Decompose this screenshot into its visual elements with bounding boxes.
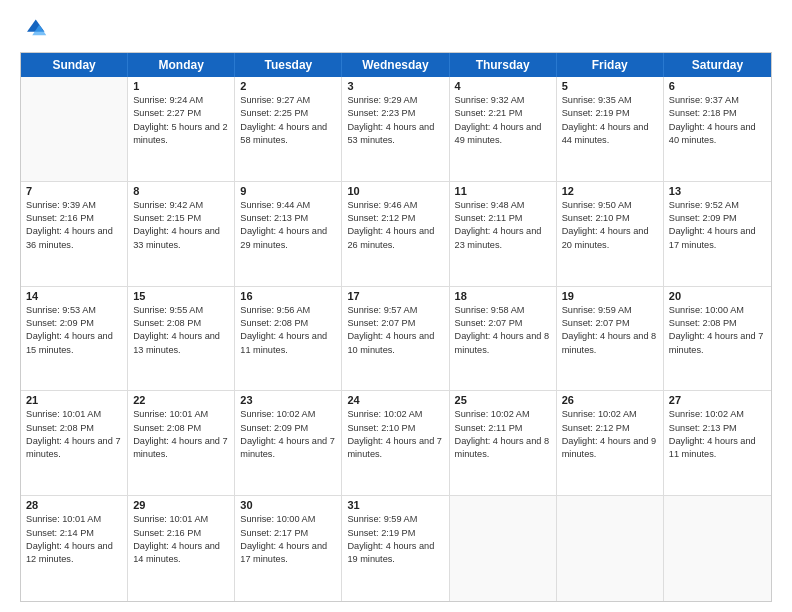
day-info: Sunrise: 9:52 AMSunset: 2:09 PMDaylight:… xyxy=(669,199,766,252)
cal-cell-1: 1Sunrise: 9:24 AMSunset: 2:27 PMDaylight… xyxy=(128,77,235,181)
sunset-text: Sunset: 2:12 PM xyxy=(347,213,415,223)
day-number: 24 xyxy=(347,394,443,406)
logo-icon xyxy=(20,16,48,44)
day-number: 6 xyxy=(669,80,766,92)
sunset-text: Sunset: 2:23 PM xyxy=(347,108,415,118)
sunset-text: Sunset: 2:08 PM xyxy=(26,423,94,433)
day-info: Sunrise: 9:46 AMSunset: 2:12 PMDaylight:… xyxy=(347,199,443,252)
day-info: Sunrise: 10:01 AMSunset: 2:08 PMDaylight… xyxy=(26,408,122,461)
day-info: Sunrise: 9:48 AMSunset: 2:11 PMDaylight:… xyxy=(455,199,551,252)
day-info: Sunrise: 10:02 AMSunset: 2:12 PMDaylight… xyxy=(562,408,658,461)
day-info: Sunrise: 9:44 AMSunset: 2:13 PMDaylight:… xyxy=(240,199,336,252)
day-number: 9 xyxy=(240,185,336,197)
day-number: 20 xyxy=(669,290,766,302)
cal-cell-15: 15Sunrise: 9:55 AMSunset: 2:08 PMDayligh… xyxy=(128,287,235,391)
header-day-thursday: Thursday xyxy=(450,53,557,77)
day-number: 17 xyxy=(347,290,443,302)
day-number: 14 xyxy=(26,290,122,302)
sunrise-text: Sunrise: 9:52 AM xyxy=(669,200,739,210)
day-number: 23 xyxy=(240,394,336,406)
cal-cell-16: 16Sunrise: 9:56 AMSunset: 2:08 PMDayligh… xyxy=(235,287,342,391)
cal-cell-7: 7Sunrise: 9:39 AMSunset: 2:16 PMDaylight… xyxy=(21,182,128,286)
sunset-text: Sunset: 2:10 PM xyxy=(347,423,415,433)
daylight-text: Daylight: 4 hours and 14 minutes. xyxy=(133,541,220,564)
cal-cell-10: 10Sunrise: 9:46 AMSunset: 2:12 PMDayligh… xyxy=(342,182,449,286)
daylight-text: Daylight: 4 hours and 12 minutes. xyxy=(26,541,113,564)
header-day-saturday: Saturday xyxy=(664,53,771,77)
day-number: 31 xyxy=(347,499,443,511)
sunrise-text: Sunrise: 10:00 AM xyxy=(240,514,315,524)
day-info: Sunrise: 9:55 AMSunset: 2:08 PMDaylight:… xyxy=(133,304,229,357)
day-info: Sunrise: 10:02 AMSunset: 2:11 PMDaylight… xyxy=(455,408,551,461)
daylight-text: Daylight: 4 hours and 8 minutes. xyxy=(562,331,657,354)
day-number: 7 xyxy=(26,185,122,197)
day-number: 30 xyxy=(240,499,336,511)
cal-cell-6: 6Sunrise: 9:37 AMSunset: 2:18 PMDaylight… xyxy=(664,77,771,181)
cal-cell-24: 24Sunrise: 10:02 AMSunset: 2:10 PMDaylig… xyxy=(342,391,449,495)
page: SundayMondayTuesdayWednesdayThursdayFrid… xyxy=(0,0,792,612)
day-number: 16 xyxy=(240,290,336,302)
daylight-text: Daylight: 4 hours and 11 minutes. xyxy=(240,331,327,354)
cal-cell-8: 8Sunrise: 9:42 AMSunset: 2:15 PMDaylight… xyxy=(128,182,235,286)
sunrise-text: Sunrise: 9:39 AM xyxy=(26,200,96,210)
daylight-text: Daylight: 4 hours and 7 minutes. xyxy=(26,436,121,459)
daylight-text: Daylight: 4 hours and 23 minutes. xyxy=(455,226,542,249)
cal-cell-empty-4-5 xyxy=(557,496,664,601)
sunrise-text: Sunrise: 10:02 AM xyxy=(240,409,315,419)
day-number: 1 xyxy=(133,80,229,92)
cal-cell-9: 9Sunrise: 9:44 AMSunset: 2:13 PMDaylight… xyxy=(235,182,342,286)
day-number: 2 xyxy=(240,80,336,92)
sunrise-text: Sunrise: 9:46 AM xyxy=(347,200,417,210)
week-row-4: 28Sunrise: 10:01 AMSunset: 2:14 PMDaylig… xyxy=(21,496,771,601)
sunset-text: Sunset: 2:13 PM xyxy=(669,423,737,433)
calendar: SundayMondayTuesdayWednesdayThursdayFrid… xyxy=(20,52,772,602)
cal-cell-19: 19Sunrise: 9:59 AMSunset: 2:07 PMDayligh… xyxy=(557,287,664,391)
sunrise-text: Sunrise: 9:27 AM xyxy=(240,95,310,105)
daylight-text: Daylight: 4 hours and 53 minutes. xyxy=(347,122,434,145)
day-number: 21 xyxy=(26,394,122,406)
cal-cell-empty-0-0 xyxy=(21,77,128,181)
cal-cell-2: 2Sunrise: 9:27 AMSunset: 2:25 PMDaylight… xyxy=(235,77,342,181)
sunrise-text: Sunrise: 9:59 AM xyxy=(347,514,417,524)
sunrise-text: Sunrise: 9:32 AM xyxy=(455,95,525,105)
day-number: 8 xyxy=(133,185,229,197)
cal-cell-3: 3Sunrise: 9:29 AMSunset: 2:23 PMDaylight… xyxy=(342,77,449,181)
sunset-text: Sunset: 2:08 PM xyxy=(133,423,201,433)
sunset-text: Sunset: 2:27 PM xyxy=(133,108,201,118)
day-info: Sunrise: 10:01 AMSunset: 2:14 PMDaylight… xyxy=(26,513,122,566)
cal-cell-26: 26Sunrise: 10:02 AMSunset: 2:12 PMDaylig… xyxy=(557,391,664,495)
sunset-text: Sunset: 2:21 PM xyxy=(455,108,523,118)
daylight-text: Daylight: 4 hours and 11 minutes. xyxy=(669,436,756,459)
day-number: 29 xyxy=(133,499,229,511)
cal-cell-17: 17Sunrise: 9:57 AMSunset: 2:07 PMDayligh… xyxy=(342,287,449,391)
daylight-text: Daylight: 4 hours and 44 minutes. xyxy=(562,122,649,145)
sunrise-text: Sunrise: 10:02 AM xyxy=(455,409,530,419)
sunset-text: Sunset: 2:08 PM xyxy=(669,318,737,328)
sunset-text: Sunset: 2:16 PM xyxy=(26,213,94,223)
sunrise-text: Sunrise: 9:58 AM xyxy=(455,305,525,315)
daylight-text: Daylight: 4 hours and 15 minutes. xyxy=(26,331,113,354)
day-number: 19 xyxy=(562,290,658,302)
daylight-text: Daylight: 4 hours and 17 minutes. xyxy=(669,226,756,249)
sunset-text: Sunset: 2:11 PM xyxy=(455,213,523,223)
daylight-text: Daylight: 4 hours and 17 minutes. xyxy=(240,541,327,564)
sunset-text: Sunset: 2:11 PM xyxy=(455,423,523,433)
daylight-text: Daylight: 5 hours and 2 minutes. xyxy=(133,122,228,145)
day-info: Sunrise: 9:37 AMSunset: 2:18 PMDaylight:… xyxy=(669,94,766,147)
daylight-text: Daylight: 4 hours and 58 minutes. xyxy=(240,122,327,145)
day-info: Sunrise: 10:02 AMSunset: 2:10 PMDaylight… xyxy=(347,408,443,461)
sunrise-text: Sunrise: 9:24 AM xyxy=(133,95,203,105)
sunrise-text: Sunrise: 9:53 AM xyxy=(26,305,96,315)
day-info: Sunrise: 9:59 AMSunset: 2:19 PMDaylight:… xyxy=(347,513,443,566)
sunset-text: Sunset: 2:07 PM xyxy=(347,318,415,328)
sunrise-text: Sunrise: 9:29 AM xyxy=(347,95,417,105)
sunrise-text: Sunrise: 9:48 AM xyxy=(455,200,525,210)
header xyxy=(20,16,772,44)
daylight-text: Daylight: 4 hours and 8 minutes. xyxy=(455,436,550,459)
daylight-text: Daylight: 4 hours and 19 minutes. xyxy=(347,541,434,564)
day-number: 11 xyxy=(455,185,551,197)
sunset-text: Sunset: 2:09 PM xyxy=(26,318,94,328)
sunset-text: Sunset: 2:18 PM xyxy=(669,108,737,118)
calendar-body: 1Sunrise: 9:24 AMSunset: 2:27 PMDaylight… xyxy=(21,77,771,601)
sunset-text: Sunset: 2:16 PM xyxy=(133,528,201,538)
